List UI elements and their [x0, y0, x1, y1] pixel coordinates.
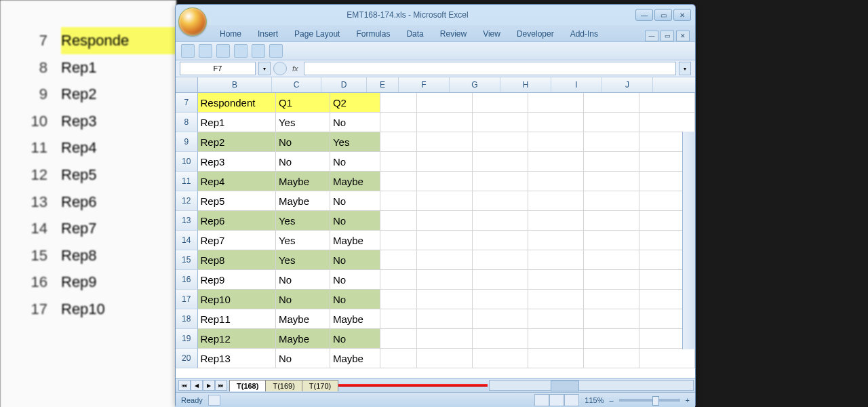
cell-B14[interactable]: Rep7: [198, 231, 276, 250]
cell-C7[interactable]: Q1: [276, 93, 330, 113]
cell-J7[interactable]: [639, 93, 695, 113]
cell-B19[interactable]: Rep12: [198, 329, 276, 349]
row-header[interactable]: 12: [176, 191, 198, 211]
cell-F20[interactable]: [417, 349, 473, 368]
name-box-dropdown[interactable]: ▾: [258, 62, 271, 75]
row-header[interactable]: 7: [176, 93, 198, 113]
fx-circle-icon[interactable]: [273, 62, 287, 75]
ribbon-tab-insert[interactable]: Insert: [251, 26, 285, 41]
row-header[interactable]: 20: [176, 349, 198, 368]
ribbon-tab-home[interactable]: Home: [213, 26, 248, 41]
maximize-button[interactable]: ▭: [654, 9, 672, 21]
cell-C16[interactable]: No: [276, 270, 330, 290]
ribbon-tab-page-layout[interactable]: Page Layout: [288, 26, 347, 41]
row-header[interactable]: 11: [176, 172, 198, 191]
cell-C13[interactable]: Yes: [276, 211, 330, 231]
cell-C14[interactable]: Yes: [276, 231, 330, 250]
row-header[interactable]: 17: [176, 290, 198, 309]
next-sheet-button[interactable]: ▶: [203, 380, 215, 391]
minimize-button[interactable]: —: [635, 9, 653, 21]
cell-H17[interactable]: [528, 290, 584, 309]
mdi-minimize-button[interactable]: —: [645, 31, 658, 41]
last-sheet-button[interactable]: ⏭: [215, 380, 227, 391]
row-header[interactable]: 13: [176, 211, 198, 231]
cell-B13[interactable]: Rep6: [198, 211, 276, 231]
sheet-tab-active[interactable]: T(168): [229, 380, 266, 391]
cell-E11[interactable]: [380, 172, 417, 191]
formula-expand[interactable]: ▾: [679, 62, 691, 75]
cell-H19[interactable]: [528, 329, 584, 349]
print-icon[interactable]: [234, 44, 248, 58]
page-break-view-button[interactable]: [564, 394, 579, 406]
zoom-in-button[interactable]: +: [686, 396, 690, 404]
cell-C20[interactable]: No: [276, 349, 330, 368]
cell-G11[interactable]: [473, 172, 528, 191]
cell-I9[interactable]: [584, 132, 639, 152]
cell-E17[interactable]: [380, 290, 417, 309]
cell-I10[interactable]: [584, 152, 639, 172]
name-box[interactable]: F7: [180, 62, 256, 75]
cell-F16[interactable]: [417, 270, 473, 290]
cell-I8[interactable]: [584, 113, 639, 132]
cell-D8[interactable]: No: [330, 113, 380, 132]
cell-E12[interactable]: [380, 191, 417, 211]
qat-icon[interactable]: [252, 44, 265, 58]
cell-F15[interactable]: [417, 250, 473, 270]
cell-C12[interactable]: Maybe: [276, 191, 330, 211]
cell-E8[interactable]: [380, 113, 417, 132]
formula-input[interactable]: [304, 62, 676, 75]
select-all-corner[interactable]: [176, 77, 198, 92]
cell-G9[interactable]: [473, 132, 528, 152]
undo-icon[interactable]: [199, 44, 212, 58]
first-sheet-button[interactable]: ⏮: [178, 380, 191, 391]
cell-I16[interactable]: [584, 270, 639, 290]
macro-record-icon[interactable]: [208, 395, 220, 406]
cell-I20[interactable]: [584, 349, 639, 368]
column-header-I[interactable]: I: [551, 77, 602, 92]
fx-label[interactable]: fx: [290, 64, 301, 73]
mdi-restore-button[interactable]: ▭: [660, 31, 674, 41]
cell-H20[interactable]: [528, 349, 584, 368]
cell-H14[interactable]: [528, 231, 584, 250]
cell-B16[interactable]: Rep9: [198, 270, 276, 290]
row-header[interactable]: 14: [176, 231, 198, 250]
cell-F10[interactable]: [417, 152, 473, 172]
row-header[interactable]: 16: [176, 270, 198, 290]
cell-C19[interactable]: Maybe: [276, 329, 330, 349]
cell-I11[interactable]: [584, 172, 639, 191]
cell-C9[interactable]: No: [276, 132, 330, 152]
horizontal-scrollbar[interactable]: [489, 380, 694, 391]
cell-B10[interactable]: Rep3: [198, 152, 276, 172]
cell-D7[interactable]: Q2: [330, 93, 380, 113]
cell-I17[interactable]: [584, 290, 639, 309]
cell-H11[interactable]: [528, 172, 584, 191]
cell-D11[interactable]: Maybe: [330, 172, 380, 191]
ribbon-tab-formulas[interactable]: Formulas: [349, 26, 397, 41]
row-header[interactable]: 18: [176, 309, 198, 329]
cell-G8[interactable]: [473, 113, 528, 132]
column-header-C[interactable]: C: [272, 77, 321, 92]
cell-E20[interactable]: [380, 349, 417, 368]
normal-view-button[interactable]: [534, 394, 549, 406]
cell-B18[interactable]: Rep11: [198, 309, 276, 329]
cell-I13[interactable]: [584, 211, 639, 231]
row-header[interactable]: 9: [176, 132, 198, 152]
cell-G13[interactable]: [473, 211, 528, 231]
cell-E14[interactable]: [380, 231, 417, 250]
cell-I7[interactable]: [584, 93, 639, 113]
close-button[interactable]: ✕: [673, 9, 691, 21]
cell-D10[interactable]: No: [330, 152, 380, 172]
column-header-E[interactable]: E: [367, 77, 399, 92]
cell-E16[interactable]: [380, 270, 417, 290]
spreadsheet-grid[interactable]: BCDEFGHIJ 7RespondentQ1Q28Rep1YesNo9Rep2…: [176, 77, 695, 378]
ribbon-tab-add-ins[interactable]: Add-Ins: [564, 26, 605, 41]
cell-G20[interactable]: [473, 349, 528, 368]
cell-F19[interactable]: [417, 329, 473, 349]
ribbon-tab-review[interactable]: Review: [433, 26, 473, 41]
cell-H8[interactable]: [528, 113, 584, 132]
column-header-G[interactable]: G: [450, 77, 500, 92]
cell-F12[interactable]: [417, 191, 473, 211]
cell-D12[interactable]: No: [330, 191, 380, 211]
cell-H16[interactable]: [528, 270, 584, 290]
cell-E15[interactable]: [380, 250, 417, 270]
